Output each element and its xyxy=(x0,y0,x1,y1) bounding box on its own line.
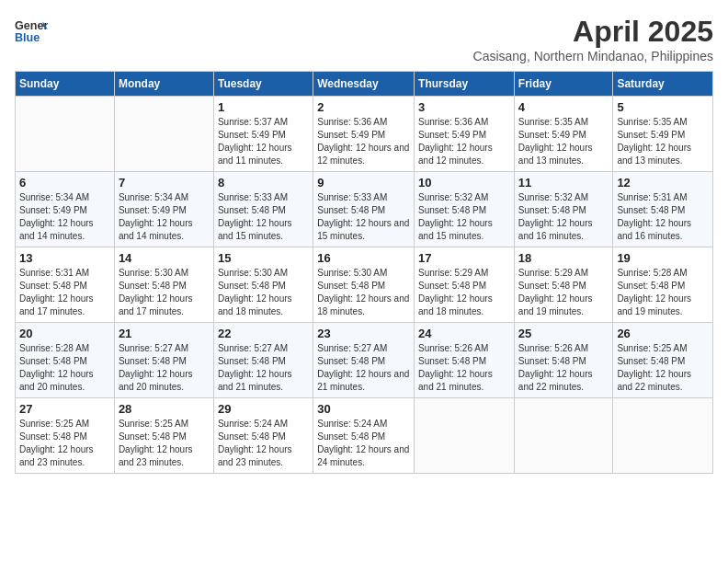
calendar-cell: 16Sunrise: 5:30 AMSunset: 5:48 PMDayligh… xyxy=(313,247,415,323)
title-block: April 2025 Casisang, Northern Mindanao, … xyxy=(473,15,713,63)
calendar-cell xyxy=(514,398,613,474)
day-number: 15 xyxy=(218,251,309,265)
calendar-cell: 6Sunrise: 5:34 AMSunset: 5:49 PMDaylight… xyxy=(16,172,115,247)
day-number: 24 xyxy=(418,327,510,340)
calendar-cell: 17Sunrise: 5:29 AMSunset: 5:48 PMDayligh… xyxy=(415,247,515,323)
calendar-week-3: 13Sunrise: 5:31 AMSunset: 5:48 PMDayligh… xyxy=(16,247,713,323)
column-header-thursday: Thursday xyxy=(415,72,515,97)
day-detail: Sunrise: 5:26 AMSunset: 5:48 PMDaylight:… xyxy=(518,342,609,394)
day-number: 28 xyxy=(119,402,210,416)
month-year: April 2025 xyxy=(473,15,713,49)
column-header-wednesday: Wednesday xyxy=(313,72,415,97)
calendar-cell: 18Sunrise: 5:29 AMSunset: 5:48 PMDayligh… xyxy=(514,247,613,323)
day-number: 7 xyxy=(119,176,210,190)
day-detail: Sunrise: 5:30 AMSunset: 5:48 PMDaylight:… xyxy=(317,267,410,318)
day-detail: Sunrise: 5:25 AMSunset: 5:48 PMDaylight:… xyxy=(19,418,110,469)
calendar-cell: 30Sunrise: 5:24 AMSunset: 5:48 PMDayligh… xyxy=(313,398,415,474)
day-detail: Sunrise: 5:32 AMSunset: 5:48 PMDaylight:… xyxy=(418,191,510,243)
calendar-cell: 20Sunrise: 5:28 AMSunset: 5:48 PMDayligh… xyxy=(16,323,115,398)
day-number: 30 xyxy=(317,402,410,416)
day-number: 11 xyxy=(518,176,609,190)
day-number: 5 xyxy=(617,100,709,114)
calendar-cell: 26Sunrise: 5:25 AMSunset: 5:48 PMDayligh… xyxy=(613,323,713,398)
day-number: 2 xyxy=(317,100,410,114)
calendar-cell: 21Sunrise: 5:27 AMSunset: 5:48 PMDayligh… xyxy=(114,323,213,398)
day-number: 9 xyxy=(317,176,410,190)
column-header-sunday: Sunday xyxy=(16,72,115,97)
calendar-table: SundayMondayTuesdayWednesdayThursdayFrid… xyxy=(15,71,713,474)
day-detail: Sunrise: 5:31 AMSunset: 5:48 PMDaylight:… xyxy=(19,267,110,318)
calendar-header-row: SundayMondayTuesdayWednesdayThursdayFrid… xyxy=(16,72,713,97)
day-number: 6 xyxy=(19,176,110,190)
day-detail: Sunrise: 5:34 AMSunset: 5:49 PMDaylight:… xyxy=(19,191,110,243)
calendar-cell: 5Sunrise: 5:35 AMSunset: 5:49 PMDaylight… xyxy=(613,97,713,172)
calendar-cell: 4Sunrise: 5:35 AMSunset: 5:49 PMDaylight… xyxy=(514,97,613,172)
calendar-cell xyxy=(16,97,115,172)
day-number: 27 xyxy=(19,402,110,416)
day-number: 12 xyxy=(617,176,709,190)
day-detail: Sunrise: 5:27 AMSunset: 5:48 PMDaylight:… xyxy=(119,342,210,394)
day-number: 16 xyxy=(317,251,410,265)
day-number: 29 xyxy=(218,402,309,416)
column-header-saturday: Saturday xyxy=(613,72,713,97)
calendar-cell: 14Sunrise: 5:30 AMSunset: 5:48 PMDayligh… xyxy=(114,247,213,323)
day-detail: Sunrise: 5:29 AMSunset: 5:48 PMDaylight:… xyxy=(518,267,609,318)
day-detail: Sunrise: 5:33 AMSunset: 5:48 PMDaylight:… xyxy=(317,191,410,243)
day-detail: Sunrise: 5:28 AMSunset: 5:48 PMDaylight:… xyxy=(617,267,709,318)
day-number: 18 xyxy=(518,251,609,265)
day-detail: Sunrise: 5:35 AMSunset: 5:49 PMDaylight:… xyxy=(617,116,709,167)
column-header-friday: Friday xyxy=(514,72,613,97)
calendar-cell: 23Sunrise: 5:27 AMSunset: 5:48 PMDayligh… xyxy=(313,323,415,398)
day-number: 21 xyxy=(119,327,210,340)
calendar-cell: 19Sunrise: 5:28 AMSunset: 5:48 PMDayligh… xyxy=(613,247,713,323)
calendar-cell: 29Sunrise: 5:24 AMSunset: 5:48 PMDayligh… xyxy=(213,398,313,474)
day-number: 1 xyxy=(218,100,309,114)
location: Casisang, Northern Mindanao, Philippines xyxy=(473,49,713,63)
calendar-cell xyxy=(114,97,213,172)
calendar-week-5: 27Sunrise: 5:25 AMSunset: 5:48 PMDayligh… xyxy=(16,398,713,474)
day-number: 26 xyxy=(617,327,709,340)
day-detail: Sunrise: 5:30 AMSunset: 5:48 PMDaylight:… xyxy=(218,267,309,318)
day-detail: Sunrise: 5:36 AMSunset: 5:49 PMDaylight:… xyxy=(317,116,410,167)
day-number: 4 xyxy=(518,100,609,114)
calendar-cell: 28Sunrise: 5:25 AMSunset: 5:48 PMDayligh… xyxy=(114,398,213,474)
calendar-cell: 27Sunrise: 5:25 AMSunset: 5:48 PMDayligh… xyxy=(16,398,115,474)
day-number: 25 xyxy=(518,327,609,340)
calendar-cell: 15Sunrise: 5:30 AMSunset: 5:48 PMDayligh… xyxy=(213,247,313,323)
calendar-cell: 22Sunrise: 5:27 AMSunset: 5:48 PMDayligh… xyxy=(213,323,313,398)
calendar-week-2: 6Sunrise: 5:34 AMSunset: 5:49 PMDaylight… xyxy=(16,172,713,247)
day-detail: Sunrise: 5:30 AMSunset: 5:48 PMDaylight:… xyxy=(119,267,210,318)
calendar-cell: 9Sunrise: 5:33 AMSunset: 5:48 PMDaylight… xyxy=(313,172,415,247)
calendar-cell: 3Sunrise: 5:36 AMSunset: 5:49 PMDaylight… xyxy=(415,97,515,172)
day-detail: Sunrise: 5:29 AMSunset: 5:48 PMDaylight:… xyxy=(418,267,510,318)
day-detail: Sunrise: 5:32 AMSunset: 5:48 PMDaylight:… xyxy=(518,191,609,243)
calendar-cell xyxy=(613,398,713,474)
day-detail: Sunrise: 5:26 AMSunset: 5:48 PMDaylight:… xyxy=(418,342,510,394)
day-detail: Sunrise: 5:25 AMSunset: 5:48 PMDaylight:… xyxy=(119,418,210,469)
calendar-cell: 12Sunrise: 5:31 AMSunset: 5:48 PMDayligh… xyxy=(613,172,713,247)
day-number: 23 xyxy=(317,327,410,340)
calendar-cell: 24Sunrise: 5:26 AMSunset: 5:48 PMDayligh… xyxy=(415,323,515,398)
logo-icon: General Blue xyxy=(15,15,48,48)
calendar-week-1: 1Sunrise: 5:37 AMSunset: 5:49 PMDaylight… xyxy=(16,97,713,172)
day-number: 14 xyxy=(119,251,210,265)
logo: General Blue xyxy=(15,15,48,48)
day-number: 3 xyxy=(418,100,510,114)
column-header-monday: Monday xyxy=(114,72,213,97)
calendar-week-4: 20Sunrise: 5:28 AMSunset: 5:48 PMDayligh… xyxy=(16,323,713,398)
page-header: General Blue April 2025 Casisang, Northe… xyxy=(15,15,713,63)
day-detail: Sunrise: 5:35 AMSunset: 5:49 PMDaylight:… xyxy=(518,116,609,167)
day-detail: Sunrise: 5:24 AMSunset: 5:48 PMDaylight:… xyxy=(317,418,410,469)
day-detail: Sunrise: 5:31 AMSunset: 5:48 PMDaylight:… xyxy=(617,191,709,243)
svg-text:Blue: Blue xyxy=(15,31,40,44)
day-number: 19 xyxy=(617,251,709,265)
day-number: 10 xyxy=(418,176,510,190)
day-number: 13 xyxy=(19,251,110,265)
day-detail: Sunrise: 5:24 AMSunset: 5:48 PMDaylight:… xyxy=(218,418,309,469)
calendar-cell: 7Sunrise: 5:34 AMSunset: 5:49 PMDaylight… xyxy=(114,172,213,247)
day-number: 22 xyxy=(218,327,309,340)
day-detail: Sunrise: 5:36 AMSunset: 5:49 PMDaylight:… xyxy=(418,116,510,167)
day-detail: Sunrise: 5:27 AMSunset: 5:48 PMDaylight:… xyxy=(317,342,410,394)
calendar-cell: 13Sunrise: 5:31 AMSunset: 5:48 PMDayligh… xyxy=(16,247,115,323)
day-number: 8 xyxy=(218,176,309,190)
